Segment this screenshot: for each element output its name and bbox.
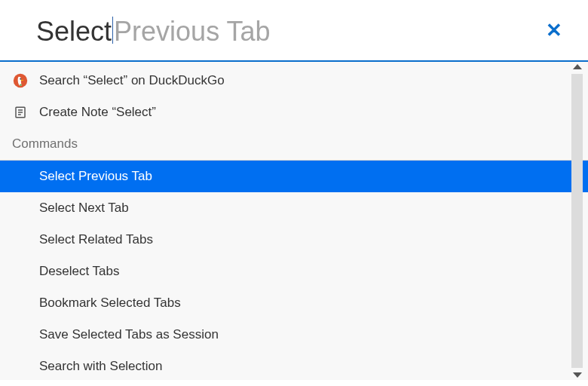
duckduckgo-icon bbox=[12, 72, 29, 89]
command-search-with-selection[interactable]: Search with Selection bbox=[0, 351, 588, 382]
results-list: Search “Select” on DuckDuckGo Create Not… bbox=[0, 62, 588, 380]
scrollbar-track[interactable] bbox=[571, 74, 583, 368]
quick-action-label: Create Note “Select” bbox=[39, 105, 156, 120]
command-label: Save Selected Tabs as Session bbox=[39, 327, 219, 342]
command-select-next-tab[interactable]: Select Next Tab bbox=[0, 192, 588, 224]
section-header-commands: Commands bbox=[0, 128, 588, 160]
scroll-up-arrow-icon[interactable] bbox=[573, 64, 582, 69]
svg-point-1 bbox=[20, 78, 21, 79]
quick-action-create-note[interactable]: Create Note “Select” bbox=[0, 96, 588, 128]
command-select-previous-tab[interactable]: Select Previous Tab bbox=[0, 161, 588, 192]
close-button[interactable]: ✕ bbox=[540, 17, 568, 43]
command-label: Select Previous Tab bbox=[39, 169, 152, 184]
command-label: Select Next Tab bbox=[39, 201, 129, 216]
results-panel: Search “Select” on DuckDuckGo Create Not… bbox=[0, 62, 588, 380]
note-icon bbox=[12, 104, 29, 121]
close-icon: ✕ bbox=[546, 19, 562, 41]
text-caret bbox=[112, 17, 113, 44]
command-bookmark-selected-tabs[interactable]: Bookmark Selected Tabs bbox=[0, 287, 588, 319]
command-save-selected-tabs-as-session[interactable]: Save Selected Tabs as Session bbox=[0, 319, 588, 351]
command-label: Bookmark Selected Tabs bbox=[39, 296, 181, 311]
command-deselect-tabs[interactable]: Deselect Tabs bbox=[0, 256, 588, 287]
command-label: Search with Selection bbox=[39, 359, 162, 374]
command-label: Select Related Tabs bbox=[39, 232, 153, 247]
command-label: Deselect Tabs bbox=[39, 264, 119, 279]
search-suggestion-text: Previous Tab bbox=[114, 17, 270, 47]
scroll-down-arrow-icon[interactable] bbox=[573, 372, 582, 378]
quick-action-label: Search “Select” on DuckDuckGo bbox=[39, 73, 225, 88]
command-header: Select Previous Tab ✕ bbox=[0, 0, 588, 62]
search-input[interactable]: Select Previous Tab bbox=[36, 14, 540, 47]
quick-action-search-ddg[interactable]: Search “Select” on DuckDuckGo bbox=[0, 65, 588, 96]
search-typed-text: Select bbox=[36, 17, 112, 47]
command-select-related-tabs[interactable]: Select Related Tabs bbox=[0, 224, 588, 256]
